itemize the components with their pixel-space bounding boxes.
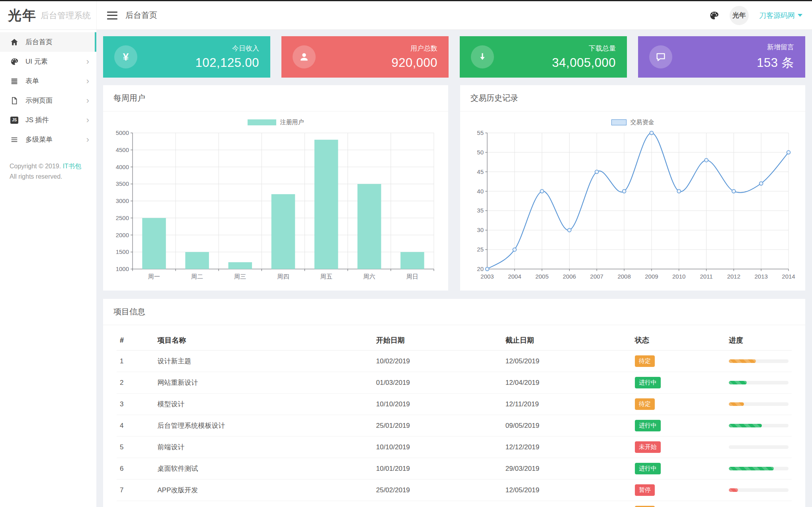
project-num: 2 [117,372,154,394]
main-content: ¥今日收入102,125.00用户总数920,000下载总量34,005,000… [96,30,812,507]
project-num: 4 [117,415,154,437]
stat-card-2[interactable]: 下载总量34,005,000 [460,36,627,78]
bar-chart-legend[interactable]: 注册用户 [111,117,440,127]
stat-card-1[interactable]: 用户总数920,000 [281,36,449,78]
projects-title: 项目信息 [103,299,805,325]
chevron-right-icon: › [86,57,89,66]
transaction-history-title: 交易历史记录 [460,85,805,111]
window-top-edge [0,0,812,1]
stat-label: 今日收入 [195,44,259,53]
svg-text:周六: 周六 [363,273,375,280]
progress-bar [729,402,789,406]
sidebar-toggle-icon[interactable] [107,12,117,20]
sidebar-item-label: 多级菜单 [25,135,53,144]
svg-text:2011: 2011 [700,273,712,280]
svg-text:35: 35 [477,207,484,214]
svg-text:周一: 周一 [148,273,160,280]
logo[interactable]: 光年 后台管理系统 [0,1,96,29]
comment-icon [649,45,672,68]
svg-text:2013: 2013 [754,273,767,280]
table-row: 6桌面软件测试10/01/201929/03/2019进行中 [117,458,792,480]
svg-text:周四: 周四 [277,273,289,280]
progress-fill [729,359,756,363]
svg-text:周日: 周日 [406,273,418,280]
logo-text: 光年 [8,6,37,25]
bar-chart-body: 注册用户 10001500200025003000350040004500500… [103,111,448,291]
table-row: 2网站重新设计01/03/201912/04/2019进行中 [117,372,792,394]
progress-bar [729,467,789,470]
svg-text:4000: 4000 [116,164,129,170]
project-end-date: 12/05/2019 [502,480,632,501]
copyright-link[interactable]: IT书包 [63,163,81,170]
project-end-date: 12/04/2019 [502,372,632,394]
svg-text:45: 45 [477,168,484,175]
sidebar-item-4[interactable]: JSJS 插件› [0,110,96,130]
menu-icon [10,135,19,144]
project-name: 网站重新设计 [154,372,373,394]
svg-text:40: 40 [477,188,484,195]
table-row: 7APP改版开发25/02/201912/05/2019暂停 [117,480,792,501]
project-end-date: 01/03/2019 [502,501,632,507]
projects-panel: 项目信息 #项目名称开始日期截止日期状态进度 1设计新主题10/02/20191… [103,299,805,507]
column-header: 项目名称 [154,329,373,351]
project-num: 6 [117,458,154,480]
legend-label: 注册用户 [280,119,304,126]
copyright-suffix: All rights reserved. [10,173,62,180]
stat-value: 34,005,000 [552,56,616,70]
svg-text:2005: 2005 [535,273,548,280]
svg-text:5000: 5000 [116,129,129,136]
svg-text:3500: 3500 [116,180,129,187]
sidebar-item-5[interactable]: 多级菜单› [0,130,96,149]
topbar-main: 后台首页 光年 刀客源码网 [96,1,812,29]
legend-swatch [248,119,276,125]
page-title: 后台首页 [125,10,157,21]
sidebar-item-1[interactable]: UI 元素› [0,52,96,71]
svg-text:周三: 周三 [234,273,246,280]
sidebar-item-2[interactable]: 表单› [0,71,96,91]
avatar[interactable]: 光年 [730,6,749,25]
user-menu[interactable]: 刀客源码网 [759,11,802,20]
column-header: 进度 [726,329,792,351]
theme-palette-icon[interactable] [709,10,719,21]
stat-value: 153 条 [757,55,794,71]
stat-label: 新增留言 [757,43,794,52]
line-chart-legend[interactable]: 交易资金 [468,117,797,127]
project-start-date: 10/02/2019 [373,501,502,507]
chevron-right-icon: › [86,116,89,125]
svg-text:2003: 2003 [480,273,494,280]
svg-text:周二: 周二 [191,273,203,280]
progress-bar [729,445,789,449]
svg-text:2010: 2010 [672,273,685,280]
sidebar-item-0[interactable]: 后台首页 [0,32,96,52]
sidebar-item-label: UI 元素 [25,57,48,66]
svg-text:1000: 1000 [116,265,129,272]
sidebar-item-label: 后台首页 [25,37,53,47]
svg-text:1500: 1500 [116,248,129,255]
svg-text:3000: 3000 [116,197,129,204]
yen-icon: ¥ [114,45,137,68]
home-icon [10,37,19,47]
stat-card-3[interactable]: 新增留言153 条 [638,36,805,78]
project-start-date: 10/10/2019 [373,437,502,458]
project-num: 5 [117,437,154,458]
progress-bar [729,488,789,492]
table-row: 1设计新主题10/02/201912/05/2019待定 [117,351,792,372]
project-name: 后台管理系统模板设计 [154,415,373,437]
projects-table-wrap: #项目名称开始日期截止日期状态进度 1设计新主题10/02/201912/05/… [103,325,805,507]
project-start-date: 25/02/2019 [373,480,502,501]
project-end-date: 12/11/2019 [502,394,632,415]
sidebar-item-3[interactable]: 示例页面› [0,91,96,110]
project-end-date: 09/05/2019 [502,415,632,437]
stat-card-0[interactable]: ¥今日收入102,125.00 [103,36,270,78]
weekly-users-title: 每周用户 [103,85,448,111]
project-end-date: 12/12/2019 [502,437,632,458]
column-header: 截止日期 [502,329,632,351]
bar-chart: 100015002000250030003500400045005000周一周二… [111,128,440,283]
stat-label: 下载总量 [552,44,616,53]
sidebar-menu: 后台首页UI 元素›表单›示例页面›JSJS 插件›多级菜单› [0,30,96,149]
topbar-right: 光年 刀客源码网 [709,6,802,25]
svg-text:55: 55 [477,129,484,136]
project-start-date: 25/01/2019 [373,415,502,437]
status-badge: 进行中 [635,463,661,474]
column-header: # [117,329,154,351]
